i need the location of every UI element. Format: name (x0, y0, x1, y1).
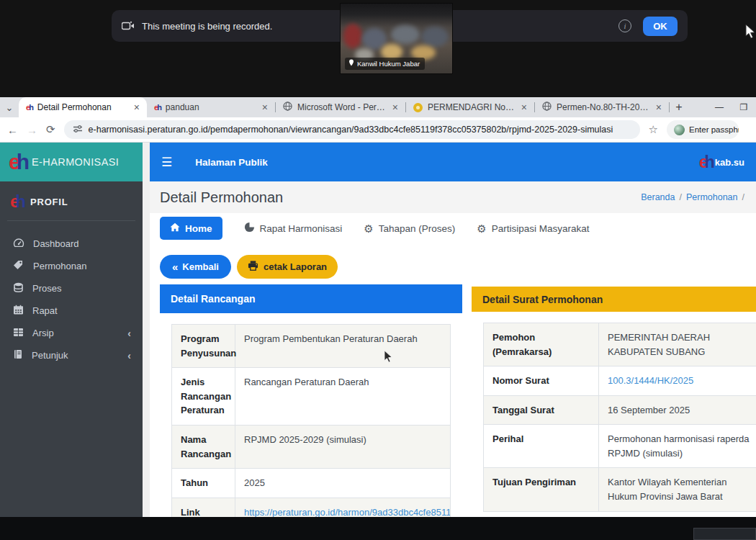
tab-home[interactable]: Home (160, 217, 222, 240)
table-row: Tujuan Pengiriman Kantor Wilayah Kemente… (484, 468, 756, 511)
globe-icon (283, 102, 292, 113)
browser-tab[interactable]: eh panduan × (147, 97, 275, 117)
panel-header-surat: Detail Surat Permohonan (472, 287, 756, 312)
tab-rapat-harmonisasi[interactable]: Rapat Harmonisasi (244, 222, 343, 235)
tab-title: Permen-No.80-TH-2015 (28 (557, 102, 649, 112)
close-icon[interactable]: × (654, 102, 663, 112)
tab-label: Partisipasi Masyarakat (492, 223, 590, 234)
table-row: Link Publik https://peraturan.go.id/harm… (172, 498, 450, 518)
kembali-button[interactable]: « Kembali (160, 255, 231, 279)
url-text: e-harmonisasi.peraturan.go.id/pemdapermo… (89, 125, 613, 135)
browser-toolbar: ← → ⟳ e-harmonisasi.peraturan.go.id/pemd… (0, 117, 756, 143)
profile-label: PROFIL (30, 197, 68, 207)
browser-tab-active[interactable]: eh Detail Permohonan × (19, 97, 147, 117)
panel-header-rancangan: Detail Rancangan (160, 284, 462, 313)
close-icon[interactable]: × (261, 102, 269, 112)
sidebar-item-dashboard[interactable]: Dashboard (0, 233, 143, 255)
sidebar-item-label: Rapat (32, 305, 58, 316)
extension-label: Enter passphr (689, 125, 739, 134)
maximize-button[interactable]: ❐ (732, 102, 756, 112)
row-value: Kantor Wilayah Kementerian Hukum Provins… (599, 468, 756, 511)
tab-label: Rapat Harmonisasi (260, 223, 343, 234)
extension-chip[interactable]: Enter passphr (667, 120, 739, 139)
row-value: Rancangan Peraturan Daerah (235, 368, 450, 425)
row-value: Permohonan harmonisasi raperda RPJMD (si… (599, 425, 756, 467)
video-scene-shape (391, 25, 420, 44)
breadcrumb-link-beranda[interactable]: Beranda (641, 192, 675, 202)
extension-icon (674, 125, 685, 135)
eh-logo-navbar: eh (699, 153, 711, 171)
minimize-button[interactable]: — (707, 102, 732, 112)
sidebar-profile[interactable]: eh PROFIL (0, 181, 143, 220)
sidebar-item-proses[interactable]: Proses (0, 277, 143, 300)
table-row: Perihal Permohonan harmonisasi raperda R… (484, 425, 756, 468)
row-label: Tanggal Surat (484, 396, 599, 425)
tab-title: Microsoft Word - Perpres08 (297, 102, 386, 112)
breadcrumb-separator: / (742, 192, 744, 202)
row-label: Jenis Rancangan Peraturan (172, 368, 235, 425)
browser-tab[interactable]: PERMENDAGRI No. 80 Tahu × (406, 97, 534, 117)
tab-partisipasi-masyarakat[interactable]: ⚙ Partisipasi Masyarakat (477, 223, 589, 234)
bottom-bar (0, 517, 756, 540)
calendar-icon (13, 305, 24, 317)
browser-tab-strip: ⌄ eh Detail Permohonan × eh panduan × Mi… (0, 97, 756, 117)
nomor-surat-link[interactable]: 100.3/1444/HK/2025 (599, 366, 756, 395)
row-label: Tujuan Pengiriman (484, 468, 599, 511)
row-label: Program Penyusunan (172, 325, 235, 367)
address-bar[interactable]: e-harmonisasi.peraturan.go.id/pemdapermo… (64, 120, 640, 139)
ok-button[interactable]: OK (643, 17, 678, 36)
navbar-account[interactable]: eh kab.su (699, 153, 744, 171)
breadcrumb: Beranda / Permohonan / (641, 192, 744, 202)
tab-title: Detail Permohonan (37, 102, 127, 112)
sidebar-item-label: Dashboard (33, 238, 79, 249)
row-value: 2025 (235, 469, 450, 498)
row-value: PEMERINTAH DAERAH KABUPATEN SUBANG (599, 323, 756, 366)
browser-tab[interactable]: Permen-No.80-TH-2015 (28 × (535, 97, 669, 117)
pin-icon (348, 59, 354, 68)
sidebar-item-petunjuk[interactable]: Petunjuk ‹ (0, 344, 143, 366)
close-icon[interactable]: × (520, 102, 528, 112)
tab-tahapan-proses[interactable]: ⚙ Tahapan (Proses) (364, 223, 455, 234)
tab-search-chevron-icon[interactable]: ⌄ (0, 97, 19, 117)
action-buttons: « Kembali cetak Laporan (150, 243, 756, 279)
row-label: Link Publik (172, 498, 235, 518)
panel-body-surat: Pemohon (Pemrakarsa) PEMERINTAH DAERAH K… (472, 312, 756, 512)
background-window-edge (693, 528, 756, 540)
table-row: Tanggal Surat 16 September 2025 (484, 396, 756, 426)
panel-detail-rancangan: Detail Rancangan Program Penyusunan Prog… (160, 284, 462, 517)
sidebar-item-rapat[interactable]: Rapat (0, 300, 143, 322)
tab-label: Tahapan (Proses) (379, 223, 456, 234)
video-thumbnail[interactable]: Kanwil Hukum Jabar (340, 3, 453, 74)
hamburger-menu-icon[interactable]: ☰ (161, 155, 172, 170)
back-icon[interactable]: ← (7, 124, 18, 136)
page-title: Detail Permohonan (160, 189, 283, 206)
breadcrumb-separator: / (679, 192, 681, 202)
forward-icon[interactable]: → (27, 124, 37, 136)
link-publik-link[interactable]: https://peraturan.go.id/harmon/9ad33dbc4… (235, 498, 450, 518)
table-row: Nomor Surat 100.3/1444/HK/2025 (484, 366, 756, 396)
surat-table: Pemohon (Pemrakarsa) PEMERINTAH DAERAH K… (483, 323, 756, 512)
site-settings-icon[interactable] (73, 123, 83, 136)
navbar-link-halaman-publik[interactable]: Halaman Publik (195, 157, 268, 168)
info-icon[interactable]: i (618, 19, 631, 32)
tachometer-icon (13, 238, 24, 250)
close-icon[interactable]: × (391, 102, 400, 112)
sidebar-item-arsip[interactable]: Arsip ‹ (0, 322, 143, 344)
new-tab-button[interactable]: + (670, 97, 688, 117)
eh-favicon: eh (154, 103, 161, 112)
sidebar-brand[interactable]: eh E-HARMONISASI (0, 143, 143, 181)
cetak-laporan-button[interactable]: cetak Laporan (237, 255, 338, 279)
table-row: Pemohon (Pemrakarsa) PEMERINTAH DAERAH K… (484, 323, 756, 366)
reload-icon[interactable]: ⟳ (46, 123, 55, 136)
video-scene-shape (343, 24, 362, 48)
video-scene-shape (421, 27, 449, 47)
sidebar-item-permohonan[interactable]: Permohonan (0, 255, 143, 277)
gears-icon: ⚙ (364, 223, 373, 234)
close-icon[interactable]: × (132, 102, 141, 112)
browser-tab[interactable]: Microsoft Word - Perpres08 × (276, 97, 405, 117)
page-tabs: Home Rapat Harmonisasi ⚙ Tahapan (Proses… (150, 213, 756, 243)
row-label: Nama Rancangan (172, 426, 235, 468)
breadcrumb-link-permohonan[interactable]: Permohonan (686, 192, 738, 202)
bookmark-star-icon[interactable]: ☆ (649, 123, 658, 136)
tab-label: Home (185, 223, 212, 234)
